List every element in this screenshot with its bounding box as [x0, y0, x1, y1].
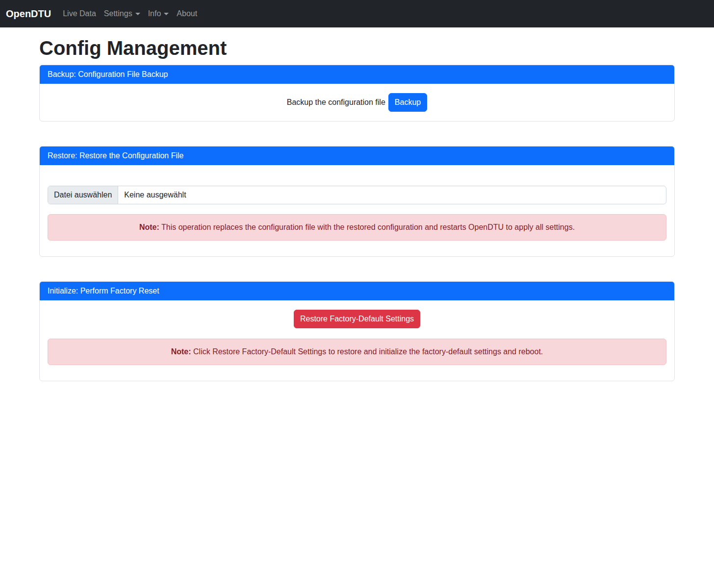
- backup-card: Backup: Configuration File Backup Backup…: [39, 65, 675, 122]
- nav-item-settings[interactable]: Settings: [100, 4, 144, 24]
- note-label: Note:: [139, 223, 159, 231]
- file-chosen-status: Keine ausgewählt: [118, 186, 186, 204]
- backup-card-header: Backup: Configuration File Backup: [40, 65, 674, 84]
- nav-item-live-data[interactable]: Live Data: [59, 4, 100, 24]
- restore-card: Restore: Restore the Configuration File …: [39, 146, 675, 257]
- factory-reset-row: Restore Factory-Default Settings: [48, 310, 666, 328]
- backup-label: Backup the configuration file: [287, 97, 385, 108]
- nav-item-label: Live Data: [63, 8, 96, 20]
- restore-card-body: Datei auswählen Keine ausgewählt Note: T…: [40, 165, 674, 256]
- nav-item-label: About: [177, 8, 197, 20]
- note-text: Click Restore Factory-Default Settings t…: [191, 347, 543, 356]
- nav-item-about[interactable]: About: [173, 4, 201, 24]
- page-title: Config Management: [39, 36, 675, 60]
- initialize-card-header: Initialize: Perform Factory Reset: [40, 282, 674, 300]
- initialize-card-body: Restore Factory-Default Settings Note: C…: [40, 300, 674, 381]
- restore-file-input[interactable]: Datei auswählen Keine ausgewählt: [48, 186, 666, 204]
- brand-opendtu[interactable]: OpenDTU: [6, 6, 51, 21]
- nav-item-label: Settings: [104, 8, 132, 20]
- initialize-card: Initialize: Perform Factory Reset Restor…: [39, 281, 675, 381]
- top-navbar: OpenDTU Live Data Settings Info About: [0, 0, 714, 27]
- nav-item-info[interactable]: Info: [144, 4, 173, 24]
- backup-row: Backup the configuration file Backup: [48, 92, 666, 113]
- restore-card-header: Restore: Restore the Configuration File: [40, 147, 674, 165]
- restore-note-alert: Note: This operation replaces the config…: [48, 214, 666, 241]
- choose-file-button[interactable]: Datei auswählen: [48, 186, 118, 204]
- nav-item-label: Info: [148, 8, 161, 20]
- note-label: Note:: [171, 347, 191, 356]
- factory-reset-button[interactable]: Restore Factory-Default Settings: [294, 310, 420, 328]
- main-container: Config Management Backup: Configuration …: [33, 36, 681, 381]
- initialize-note-alert: Note: Click Restore Factory-Default Sett…: [48, 339, 666, 365]
- chevron-down-icon: [135, 13, 140, 15]
- chevron-down-icon: [164, 13, 169, 15]
- backup-button[interactable]: Backup: [388, 93, 427, 112]
- note-text: This operation replaces the configuratio…: [159, 223, 575, 231]
- nav-menu: Live Data Settings Info About: [59, 4, 201, 24]
- backup-card-body: Backup the configuration file Backup: [40, 84, 674, 121]
